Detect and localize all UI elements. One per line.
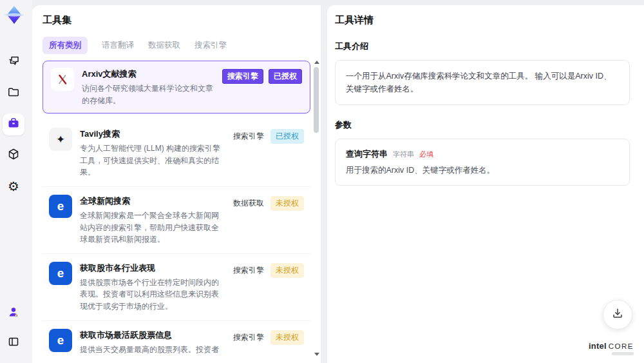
- sidebar-item-models[interactable]: [3, 144, 24, 166]
- tool-detail-panel: 工具详情 工具介绍 一个用于从Arxiv存储库搜索科学论文和文章的工具。 输入可…: [327, 5, 644, 363]
- tool-title: Tavily搜索: [80, 128, 224, 140]
- brand-core-text: core: [609, 342, 634, 350]
- intro-section-title: 工具介绍: [335, 41, 630, 52]
- news-engine-icon: e: [57, 334, 64, 346]
- category-tab[interactable]: 搜索引擎: [194, 37, 227, 54]
- tool-icon: e: [49, 329, 72, 352]
- tool-title: Arxiv文献搜索: [82, 68, 214, 80]
- parameter-name: 查询字符串: [346, 148, 388, 160]
- tool-icon: ✦: [49, 128, 72, 151]
- folder-icon: [7, 86, 20, 101]
- app-logo: [3, 4, 25, 26]
- user-icon: [7, 306, 20, 321]
- category-tabs: 所有类别 语言翻译 数据获取 搜索引擎: [43, 37, 310, 54]
- category-badge: 搜索引擎: [232, 129, 265, 144]
- scrollbar-thumb[interactable]: [314, 67, 319, 133]
- category-badge: 搜索引擎: [232, 330, 265, 345]
- tool-card[interactable]: e 获取股市各行业表现 提供股票市场各个行业在特定时间段内的表现。投资者可以利用…: [43, 254, 310, 321]
- tool-icon: [51, 68, 74, 91]
- news-engine-icon: e: [57, 200, 64, 212]
- category-badge: 数据获取: [232, 196, 265, 211]
- chat-icon: [7, 55, 20, 70]
- cube-icon: [7, 148, 20, 163]
- auth-status-badge: 未授权: [270, 330, 304, 345]
- tool-description: 全球新闻搜索是一个聚合全球各大新闻网站内容的搜索引擎，帮助用户快速获取全球最新资…: [80, 210, 224, 246]
- auth-status-badge: 已授权: [270, 129, 304, 144]
- download-icon: [611, 307, 624, 322]
- sidebar-rail: ⚙: [0, 0, 32, 363]
- parameter-item: 查询字符串 字符串 必填 用于搜索的Arxiv ID、关键字或作者姓名。: [346, 148, 619, 176]
- params-section-title: 参数: [335, 119, 630, 131]
- tool-description: 专为人工智能代理 (LLM) 构建的搜索引擎工具，可快速提供实时、准确和真实的结…: [80, 142, 224, 179]
- user-avatar[interactable]: [3, 302, 24, 324]
- category-tab[interactable]: 语言翻译: [102, 37, 134, 54]
- auth-status-badge: 未授权: [270, 263, 304, 278]
- intel-core-logo: intel core: [589, 341, 634, 355]
- parameter-required-flag: 必填: [419, 150, 433, 159]
- intro-text: 一个用于从Arxiv存储库搜索科学论文和文章的工具。 输入可以是Arxiv ID…: [346, 70, 619, 95]
- tool-card[interactable]: e 获取市场最活跃股票信息 提供当天交易量最高的股票列表。投资者可以利用这些信息…: [43, 321, 310, 357]
- tool-description: 提供股票市场各个行业在特定时间段内的表现。投资者可以利用这些信息来识别表现优于或…: [80, 277, 224, 313]
- download-button[interactable]: [603, 300, 632, 329]
- category-badge: 搜索引擎: [232, 263, 265, 278]
- tool-title: 获取股市各行业表现: [80, 262, 224, 274]
- parameter-description: 用于搜索的Arxiv ID、关键字或作者姓名。: [346, 165, 619, 176]
- parameter-type: 字符串: [393, 150, 414, 159]
- brand-intel-text: intel: [589, 341, 607, 351]
- sidebar-item-files[interactable]: [3, 83, 24, 104]
- tool-icon: e: [49, 262, 72, 285]
- tool-card[interactable]: Arxiv文献搜索 访问各个研究领域大量科学论文和文章的存储库。 搜索引擎 已授…: [43, 61, 310, 113]
- auth-status-badge: 已授权: [269, 69, 302, 84]
- intro-box: 一个用于从Arxiv存储库搜索科学论文和文章的工具。 输入可以是Arxiv ID…: [335, 60, 630, 105]
- tool-title: 获取市场最活跃股票信息: [80, 329, 224, 341]
- params-box: 查询字符串 字符串 必填 用于搜索的Arxiv ID、关键字或作者姓名。: [335, 139, 630, 186]
- tool-list: Arxiv文献搜索 访问各个研究领域大量科学论文和文章的存储库。 搜索引擎 已授…: [43, 61, 310, 357]
- page-title: 工具集: [43, 14, 310, 26]
- scroll-down-arrow[interactable]: [314, 353, 319, 356]
- tool-title: 全球新闻搜索: [80, 195, 224, 207]
- news-engine-icon: e: [57, 267, 64, 279]
- tool-card[interactable]: ✦ Tavily搜索 专为人工智能代理 (LLM) 构建的搜索引擎工具，可快速提…: [43, 120, 310, 187]
- tool-list-panel: 工具集 所有类别 语言翻译 数据获取 搜索引擎: [32, 5, 321, 363]
- sidebar-item-settings[interactable]: ⚙: [3, 175, 24, 197]
- category-tab[interactable]: 数据获取: [148, 37, 180, 54]
- tool-icon: e: [49, 195, 72, 218]
- tavily-star-icon: ✦: [56, 134, 65, 145]
- tool-description: 访问各个研究领域大量科学论文和文章的存储库。: [82, 83, 214, 106]
- list-scrollbar[interactable]: [313, 61, 319, 358]
- brand-sub-mark: [612, 352, 634, 355]
- collapse-sidebar-button[interactable]: [3, 332, 24, 354]
- toolbox-icon: [7, 117, 20, 132]
- detail-title: 工具详情: [335, 14, 630, 26]
- auth-status-badge: 未授权: [270, 196, 304, 211]
- sidebar-item-tools[interactable]: [3, 113, 24, 135]
- scroll-up-arrow[interactable]: [314, 61, 319, 64]
- category-tab[interactable]: 所有类别: [43, 37, 88, 54]
- category-badge: 搜索引擎: [222, 69, 263, 84]
- tool-card[interactable]: e 全球新闻搜索 全球新闻搜索是一个聚合全球各大新闻网站内容的搜索引擎，帮助用户…: [43, 187, 310, 254]
- tool-description: 提供当天交易量最高的股票列表。投资者可以利用这些信息来识别流动性强的股票和潜在的…: [80, 344, 224, 357]
- gear-icon: ⚙: [8, 180, 19, 193]
- collapse-panel-icon: [8, 336, 19, 350]
- sidebar-item-chat[interactable]: [3, 52, 24, 74]
